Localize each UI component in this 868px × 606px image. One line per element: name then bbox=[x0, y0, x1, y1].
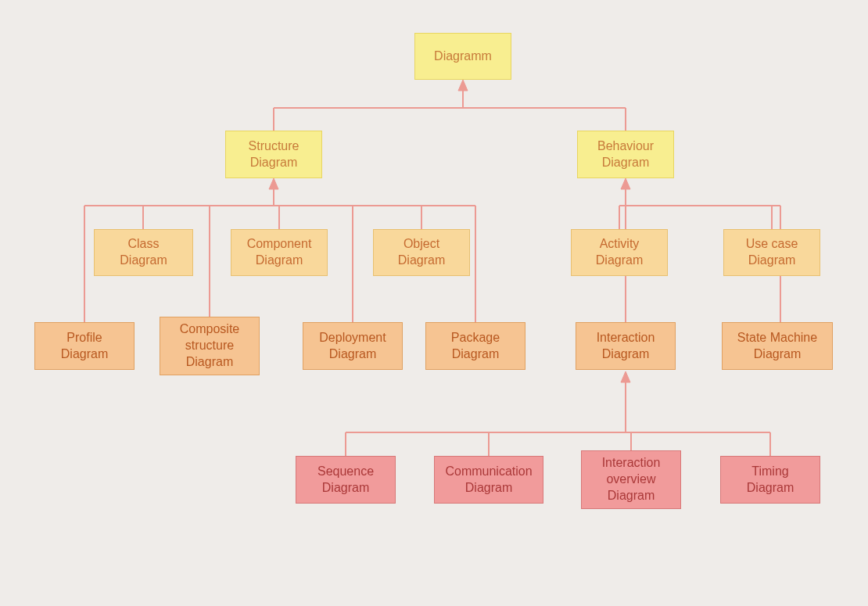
node-label: Diagramm bbox=[434, 48, 492, 65]
connector-lines bbox=[0, 0, 868, 606]
node-class-diagram: ClassDiagram bbox=[94, 229, 193, 276]
node-package-diagram: PackageDiagram bbox=[425, 322, 525, 370]
node-interaction-overview-diagram: InteractionoverviewDiagram bbox=[581, 450, 681, 509]
node-label: StructureDiagram bbox=[249, 138, 299, 171]
node-state-machine-diagram: State MachineDiagram bbox=[722, 322, 833, 370]
svg-marker-5 bbox=[269, 178, 278, 189]
node-label: InteractionDiagram bbox=[597, 330, 655, 363]
node-sequence-diagram: SequenceDiagram bbox=[296, 456, 396, 504]
node-usecase-diagram: Use caseDiagram bbox=[723, 229, 820, 276]
node-interaction-diagram: InteractionDiagram bbox=[576, 322, 676, 370]
node-label: SequenceDiagram bbox=[317, 464, 374, 497]
svg-marker-22 bbox=[621, 371, 630, 382]
node-structure-diagram: StructureDiagram bbox=[225, 131, 322, 178]
node-timing-diagram: TimingDiagram bbox=[720, 456, 820, 504]
node-profile-diagram: ProfileDiagram bbox=[34, 322, 135, 370]
node-object-diagram: ObjectDiagram bbox=[373, 229, 470, 276]
node-communication-diagram: CommunicationDiagram bbox=[434, 456, 543, 504]
node-composite-structure-diagram: CompositestructureDiagram bbox=[160, 317, 260, 375]
node-label: TimingDiagram bbox=[747, 464, 794, 497]
node-deployment-diagram: DeploymentDiagram bbox=[303, 322, 403, 370]
node-label: ClassDiagram bbox=[120, 236, 167, 269]
node-label: PackageDiagram bbox=[451, 330, 500, 363]
node-diagramm: Diagramm bbox=[414, 33, 511, 80]
node-label: ActivityDiagram bbox=[596, 236, 643, 269]
node-label: DeploymentDiagram bbox=[319, 330, 386, 363]
node-label: Use caseDiagram bbox=[746, 236, 798, 269]
svg-marker-15 bbox=[621, 178, 630, 189]
node-label: ProfileDiagram bbox=[61, 330, 108, 363]
node-component-diagram: ComponentDiagram bbox=[231, 229, 328, 276]
node-label: ComponentDiagram bbox=[247, 236, 312, 269]
node-label: BehaviourDiagram bbox=[597, 138, 654, 171]
node-label: CommunicationDiagram bbox=[445, 464, 532, 497]
node-activity-diagram: ActivityDiagram bbox=[571, 229, 668, 276]
node-label: State MachineDiagram bbox=[737, 330, 817, 363]
node-label: ObjectDiagram bbox=[398, 236, 445, 269]
node-label: CompositestructureDiagram bbox=[180, 321, 239, 370]
svg-marker-0 bbox=[458, 80, 468, 91]
node-label: InteractionoverviewDiagram bbox=[602, 455, 661, 504]
node-behaviour-diagram: BehaviourDiagram bbox=[577, 131, 674, 178]
